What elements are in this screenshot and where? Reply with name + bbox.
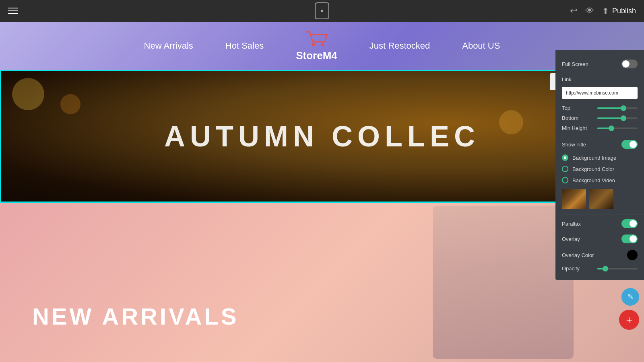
full-screen-toggle-wrap <box>621 60 638 68</box>
thumbnail-row <box>555 186 644 212</box>
publish-button[interactable]: ⬆ Publish <box>602 6 636 16</box>
new-arrivals-title: NEW ARRIVALS <box>32 303 239 330</box>
bg-color-radio-row[interactable]: Background Color <box>555 163 644 175</box>
bokeh-2 <box>60 94 80 114</box>
overlay-toggle-wrap <box>621 234 638 243</box>
mobile-preview-icon[interactable] <box>315 2 329 19</box>
fab-edit-button[interactable]: ✎ <box>621 288 639 306</box>
overlay-color-row: Overlay Color <box>555 247 644 263</box>
bokeh-1 <box>12 78 44 110</box>
opacity-label: Opacity <box>562 265 580 272</box>
svg-point-0 <box>312 43 315 46</box>
bottom-slider[interactable] <box>597 117 638 119</box>
nav-item-about-us[interactable]: About US <box>462 41 500 51</box>
parallax-label: Parallax <box>562 221 581 227</box>
hero-title: AUTUMN COLLEC <box>0 120 644 153</box>
bg-video-radio-row[interactable]: Background Video <box>555 175 644 186</box>
edit-icon: ✎ <box>627 292 634 301</box>
overlay-row: Overlay <box>555 231 644 247</box>
overlay-color-label: Overlay Color <box>562 252 594 258</box>
overlay-label: Overlay <box>562 236 580 242</box>
add-icon: + <box>626 314 632 326</box>
bg-image-radio-row[interactable]: Background Image <box>555 152 644 163</box>
top-slider-row: Top <box>555 103 644 113</box>
svg-point-1 <box>321 43 324 46</box>
opacity-slider-row: Opacity <box>555 263 644 274</box>
thumbnail-2[interactable] <box>589 189 613 209</box>
publish-upload-icon: ⬆ <box>602 6 609 16</box>
parallax-toggle[interactable] <box>621 219 638 228</box>
top-label: Top <box>562 105 570 111</box>
parallax-row: Parallax <box>555 216 644 231</box>
nav-bar: New Arrivals Hot Sales StoreM4 Just Rest… <box>0 22 644 70</box>
toolbar-right: ↩ 👁 ⬆ Publish <box>570 6 636 16</box>
bg-color-radio[interactable] <box>562 166 568 172</box>
top-slider[interactable] <box>597 107 638 109</box>
hamburger-icon[interactable] <box>8 8 18 14</box>
parallax-toggle-wrap <box>621 219 638 228</box>
toolbar-center <box>315 2 329 19</box>
link-input-row <box>555 84 644 103</box>
bottom-label: Bottom <box>562 115 578 121</box>
new-arrivals-section: NEW ARRIVALS <box>0 203 644 362</box>
hero-section: AUTUMN COLLEC ⇅ ↓ </> ⚙ 🗑 <box>0 70 644 203</box>
min-height-slider-row: Min Height <box>555 123 644 133</box>
overlay-color-swatch[interactable] <box>627 250 638 260</box>
show-title-row: Show Title <box>555 137 644 152</box>
bg-color-label: Background Color <box>572 166 614 172</box>
opacity-slider[interactable] <box>597 268 638 269</box>
bottom-slider-row: Bottom <box>555 113 644 123</box>
min-height-label: Min Height <box>562 125 587 131</box>
publish-label: Publish <box>612 7 636 15</box>
undo-icon[interactable]: ↩ <box>570 6 577 16</box>
divider-1 <box>555 135 644 135</box>
full-screen-label: Full Screen <box>562 61 588 67</box>
bg-video-radio[interactable] <box>562 177 568 183</box>
show-title-toggle-wrap <box>621 140 638 149</box>
nav-logo[interactable]: StoreM4 <box>296 30 337 62</box>
fab-add-button[interactable]: + <box>619 310 639 330</box>
nav-item-hot-sales[interactable]: Hot Sales <box>225 41 264 51</box>
thumbnail-1[interactable] <box>562 189 586 209</box>
top-toolbar: ↩ 👁 ⬆ Publish <box>0 0 644 22</box>
settings-panel: Full Screen Link Top Bottom Min Height <box>555 50 644 280</box>
cart-icon <box>305 30 329 48</box>
show-title-toggle[interactable] <box>621 140 638 149</box>
link-label: Link <box>562 76 572 82</box>
divider-2 <box>555 214 644 214</box>
overlay-toggle[interactable] <box>621 234 638 243</box>
bg-image-label: Background Image <box>572 155 616 161</box>
bg-image-radio[interactable] <box>562 154 568 161</box>
link-input[interactable] <box>562 87 638 99</box>
full-screen-toggle[interactable] <box>621 60 638 68</box>
preview-icon[interactable]: 👁 <box>585 6 594 16</box>
nav-logo-text: StoreM4 <box>296 49 337 62</box>
link-label-row: Link <box>555 72 644 84</box>
nav-item-just-restocked[interactable]: Just Restocked <box>369 41 430 51</box>
toolbar-left <box>8 8 18 14</box>
bg-video-label: Background Video <box>572 177 615 183</box>
full-screen-row: Full Screen <box>555 56 644 72</box>
show-title-label: Show Title <box>562 142 586 148</box>
min-height-slider[interactable] <box>597 128 638 129</box>
nav-item-new-arrivals[interactable]: New Arrivals <box>144 41 193 51</box>
